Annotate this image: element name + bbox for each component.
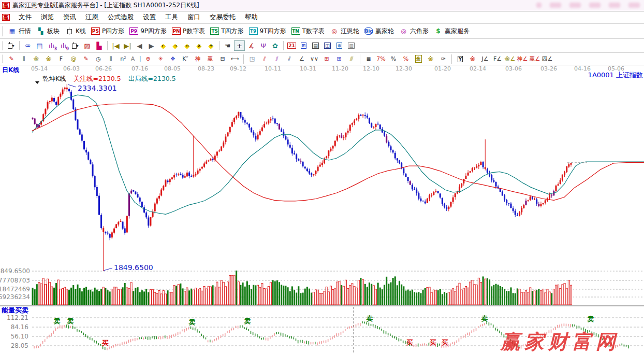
grid-blue-icon[interactable]: ⊞ <box>333 54 345 63</box>
box-corner-icon[interactable]: ◳ <box>246 54 258 63</box>
ying-angle-icon[interactable]: 赢∠ <box>529 54 540 63</box>
main-chart[interactable]: 05-1406-0306-2607-1608-0508-2309-1210-11… <box>0 65 644 353</box>
pane-divider[interactable] <box>0 305 644 306</box>
calendar-icon[interactable]: 21 <box>286 40 297 51</box>
notes-icon[interactable]: ▤ <box>310 40 321 51</box>
histogram-color-icon[interactable]: ▙ <box>94 40 105 51</box>
fib-comb-2-icon[interactable]: ⫼ <box>105 54 116 63</box>
gold-angle-icon[interactable]: 金∠ <box>504 54 516 63</box>
web-refresh-icon[interactable]: ⊕ <box>334 40 345 51</box>
fib-comb-icon[interactable]: ⫼ <box>18 54 30 63</box>
zigzag-icon[interactable]: ∨∨ <box>309 54 320 63</box>
pc-export-icon[interactable]: ▥ <box>346 40 357 51</box>
grid-star-icon[interactable]: ❖ <box>167 54 179 63</box>
circle-cross-icon[interactable]: ⊕ <box>142 54 154 63</box>
pen-red-icon[interactable]: ✎ <box>6 54 17 63</box>
rays-icon[interactable]: ∠ <box>296 54 308 63</box>
toolbar-button-p-square[interactable]: PSP四方形 <box>89 26 127 37</box>
letter-angle-icon[interactable]: A⎹ <box>130 54 141 63</box>
chart-area[interactable]: 05-1406-0306-2607-1608-0508-2309-1210-11… <box>0 65 644 353</box>
save-disk-icon[interactable]: ◫ <box>322 40 333 51</box>
tool-purple-icon[interactable]: Ψ <box>258 40 269 51</box>
toolbar-button-gann-wheel[interactable]: ◎江恩轮 <box>327 26 362 37</box>
brush-red-icon[interactable]: ✎ <box>80 54 92 63</box>
n-squared-icon[interactable]: n² <box>118 54 129 63</box>
percent-icon[interactable]: % <box>388 54 399 63</box>
menu-trade-order[interactable]: 交易委托 <box>205 11 240 23</box>
toolbar-grip[interactable] <box>2 41 3 50</box>
menu-help[interactable]: 帮助 <box>240 11 262 23</box>
toolbar-button-9t-square[interactable]: T99T四方形 <box>246 26 289 37</box>
f-tool-icon[interactable]: F <box>55 54 67 63</box>
step-back-icon[interactable]: ◀ <box>134 40 145 51</box>
star-burst-icon[interactable]: ✳ <box>155 54 166 63</box>
bars-9-icon[interactable]: ılı9 <box>58 40 69 51</box>
menu-window[interactable]: 窗口 <box>183 11 205 23</box>
toolbar-button-t-number-table[interactable]: TNT数字表 <box>289 26 327 37</box>
zoom-right-icon[interactable]: ◆→ <box>170 40 181 51</box>
fan-dark-icon[interactable]: ⫽ <box>284 54 295 63</box>
window-control-button[interactable] <box>569 3 581 8</box>
crosshair-tool-icon[interactable]: + <box>234 40 245 51</box>
hand-tool-icon[interactable]: ☚ <box>222 40 233 51</box>
period-daily-icon[interactable]: ▾ <box>6 40 17 51</box>
toolbar-button-kline[interactable]: K线 <box>62 26 89 37</box>
ruler-123-icon[interactable]: ⊟ <box>217 54 228 63</box>
four-angle-icon[interactable]: 四∠ <box>541 54 553 63</box>
bars-3-icon[interactable]: ılı3 <box>46 40 57 51</box>
zoom-both-icon[interactable]: ◆↔ <box>182 40 193 51</box>
step-forward-icon[interactable]: ▶ <box>146 40 157 51</box>
zoom-left-icon[interactable]: ◆← <box>158 40 169 51</box>
zoom-in-icon[interactable]: ◆✛ <box>206 40 216 51</box>
shen-angle-icon[interactable]: 神∠ <box>517 54 528 63</box>
gold-circle-icon[interactable]: 金 <box>413 54 424 63</box>
gann-gold-2-icon[interactable]: 金 <box>43 54 54 63</box>
zoom-out-icon[interactable]: ◆✕ <box>194 40 204 51</box>
j-angle-icon[interactable]: J∠ <box>479 54 491 63</box>
menu-gann[interactable]: 江恩 <box>81 11 103 23</box>
window-control-button[interactable] <box>628 3 640 8</box>
menu-news[interactable]: 资讯 <box>58 11 81 23</box>
ink-pen-icon[interactable]: ✑ <box>437 54 449 63</box>
gold-line-icon[interactable]: 金 <box>425 54 436 63</box>
gann-gold-1-icon[interactable]: 金 <box>31 54 42 63</box>
spiral-tool-icon[interactable]: @ <box>68 54 79 63</box>
toolbar-button-winner-wheel[interactable]: Big赢家轮 <box>362 26 397 37</box>
window-control-button[interactable] <box>609 3 620 8</box>
toolbar-button-quotes[interactable]: ▦行情 <box>5 26 34 37</box>
toolbar-button-9p-square[interactable]: P99P四方形 <box>127 26 169 37</box>
skip-last-icon[interactable]: ▶| <box>122 40 133 51</box>
ying-tool-icon[interactable]: 赢 <box>204 54 216 63</box>
k-quote-icon[interactable]: K″ <box>180 54 191 63</box>
chart-doc-icon[interactable]: ▤ <box>34 40 45 51</box>
toolbar-grip[interactable] <box>2 54 3 63</box>
grid-red-icon[interactable]: ⊞ <box>321 54 332 63</box>
percent-line-icon[interactable]: % <box>400 54 412 63</box>
angle-measure-icon[interactable]: ∡ <box>246 40 257 51</box>
chart-wave-icon[interactable]: ♒ <box>22 40 33 51</box>
toolbar-button-p-number-table[interactable]: PNP数字表 <box>169 26 208 37</box>
shen-tool-icon[interactable]: 神 <box>192 54 203 63</box>
tool-teal-icon[interactable]: ✿ <box>270 40 281 51</box>
gold-underline-icon[interactable]: 金 <box>467 54 478 63</box>
window-control-button[interactable] <box>589 3 601 8</box>
calculator-icon[interactable]: ⊞ <box>298 40 309 51</box>
menu-settings[interactable]: 设置 <box>138 11 160 23</box>
toolbar-button-t-square[interactable]: TST四方形 <box>208 26 246 37</box>
fan-red-icon[interactable]: ⫽ <box>259 54 270 63</box>
window-control-button[interactable] <box>536 3 541 8</box>
f-angle-icon[interactable]: F∠ <box>492 54 503 63</box>
fan-purple-icon[interactable]: ⫽ <box>271 54 283 63</box>
menu-formula-stock-pick[interactable]: 公式选股 <box>103 11 138 23</box>
candle-style-icon[interactable]: ▾ <box>70 40 81 51</box>
width-marker-icon[interactable]: ⟷ <box>229 54 241 63</box>
toolbar-grip[interactable] <box>2 26 3 36</box>
window-control-button[interactable] <box>550 3 561 8</box>
toolbar-button-sectors[interactable]: ▚板块 <box>34 26 62 37</box>
menu-browse[interactable]: 浏览 <box>36 11 58 23</box>
cup-tool-icon[interactable]: Y <box>455 54 466 63</box>
menu-tools[interactable]: 工具 <box>160 11 183 23</box>
parallel-lines-icon[interactable]: ⫻ <box>346 54 357 63</box>
pattern-red-icon[interactable]: ▨ <box>82 40 93 51</box>
skip-first-icon[interactable]: |◀ <box>110 40 121 51</box>
